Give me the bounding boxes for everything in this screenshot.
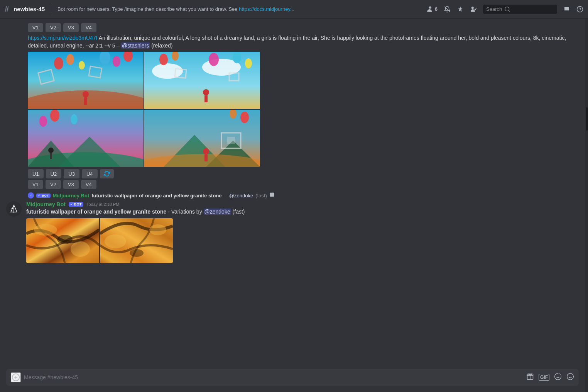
pin-icon[interactable] xyxy=(457,6,464,13)
balloon-img-tr xyxy=(144,52,260,109)
svg-point-20 xyxy=(159,54,168,65)
v3-button-bottom[interactable]: V3 xyxy=(63,180,79,189)
search-bar[interactable]: Search xyxy=(483,5,557,14)
sticker-icon[interactable] xyxy=(554,373,562,382)
gif-button[interactable]: GIF xyxy=(539,374,549,381)
notif-speed: (fast) xyxy=(255,193,267,199)
channel-name: newbies-45 xyxy=(14,6,45,12)
channel-topic: Bot room for new users. Type /imagine th… xyxy=(57,6,423,12)
granite-image-grid[interactable] xyxy=(26,218,173,263)
svg-point-18 xyxy=(152,63,183,79)
svg-rect-47 xyxy=(227,137,235,144)
u3-button[interactable]: U3 xyxy=(64,169,79,178)
chat-area: V1 V2 V3 V4 https://s.mj.run/wizde3mU47I… xyxy=(0,19,585,392)
search-placeholder: Search xyxy=(486,6,502,12)
svg-point-59 xyxy=(149,224,166,235)
help-icon[interactable] xyxy=(576,6,583,13)
svg-point-56 xyxy=(57,235,73,244)
svg-point-10 xyxy=(113,56,120,67)
svg-point-22 xyxy=(209,53,219,66)
message2-header: Midjourney Bot ✓ BOT Today at 2:18 PM xyxy=(26,201,579,207)
main-layout: V1 V2 V3 V4 https://s.mj.run/wizde3mU47I… xyxy=(0,19,588,392)
message2-content: Midjourney Bot ✓ BOT Today at 2:18 PM fu… xyxy=(26,201,579,265)
notif-image-btn[interactable] xyxy=(269,192,275,199)
message1-prompt: https://s.mj.run/wizde3mU47I An illustra… xyxy=(6,34,579,191)
message1-link1[interactable]: https://s.mj.run/wizde3mU47I xyxy=(28,35,98,41)
message2-mention[interactable]: @zendoke xyxy=(204,209,231,215)
balloon-img-br xyxy=(144,110,260,167)
bell-muted-icon[interactable] xyxy=(444,6,451,13)
v2-button-top[interactable]: V2 xyxy=(46,23,61,32)
scrollbar-thumb[interactable] xyxy=(586,107,588,131)
svg-point-24 xyxy=(245,58,252,68)
message2-author[interactable]: Midjourney Bot xyxy=(26,201,66,207)
svg-point-34 xyxy=(50,110,59,122)
members-icon-count[interactable]: 6 xyxy=(426,6,438,13)
header-actions: 6 Search xyxy=(426,5,583,14)
svg-point-35 xyxy=(71,114,78,124)
v3-button-top[interactable]: V3 xyxy=(63,23,79,32)
bot-badge-notif: ✓ BOT xyxy=(36,193,51,198)
svg-point-8 xyxy=(66,54,74,65)
message1-author[interactable]: @stashlers xyxy=(121,42,150,49)
message-input-placeholder[interactable]: Message #newbies-45 xyxy=(24,374,523,380)
members-list-icon[interactable] xyxy=(470,6,477,13)
balloon-img-tl xyxy=(28,52,144,109)
balloon-img-bl xyxy=(28,110,144,167)
svg-point-33 xyxy=(39,116,47,127)
upscale-buttons-row: U1 U2 U3 U4 xyxy=(28,169,579,178)
granite-img-right xyxy=(100,218,173,263)
svg-point-1 xyxy=(471,7,474,9)
svg-point-7 xyxy=(54,57,63,70)
notif-bot-name[interactable]: Midjourney Bot xyxy=(53,193,90,199)
svg-point-69 xyxy=(567,373,574,380)
u2-button[interactable]: U2 xyxy=(46,169,62,178)
granite-img-left xyxy=(26,218,99,263)
svg-point-2 xyxy=(505,7,509,11)
message1-text: https://s.mj.run/wizde3mU47I An illustra… xyxy=(28,34,579,49)
attach-button[interactable] xyxy=(11,372,21,382)
version-buttons-bottom-row: V1 V2 V3 V4 xyxy=(28,180,579,189)
svg-point-36 xyxy=(48,148,54,153)
svg-point-44 xyxy=(203,148,209,154)
svg-point-49 xyxy=(271,193,272,194)
svg-rect-45 xyxy=(204,154,208,161)
v2-button-bottom[interactable]: V2 xyxy=(46,180,61,189)
scrollbar-panel xyxy=(585,19,588,392)
refresh-button[interactable] xyxy=(100,169,114,178)
notif-mention[interactable]: @zendoke xyxy=(229,193,253,199)
message2-bot-badge: ✓ BOT xyxy=(69,202,83,207)
message-input-bar: Message #newbies-45 GIF xyxy=(6,369,579,386)
svg-rect-26 xyxy=(204,95,208,102)
svg-point-55 xyxy=(71,241,90,257)
bot-mini-avatar: ✓ xyxy=(28,192,34,199)
input-action-icons: GIF xyxy=(526,373,574,382)
svg-point-42 xyxy=(240,112,249,123)
svg-point-54 xyxy=(34,224,57,236)
svg-line-3 xyxy=(509,10,510,12)
v1-button-top[interactable]: V1 xyxy=(28,23,43,32)
u4-button[interactable]: U4 xyxy=(82,169,98,178)
message2-text: futuristic wallpaper of orange and yello… xyxy=(26,208,579,216)
svg-point-60 xyxy=(130,249,144,257)
message2-timestamp: Today at 2:18 PM xyxy=(86,202,120,207)
version-buttons-top-row: V1 V2 V3 V4 xyxy=(28,23,579,32)
v4-button-bottom[interactable]: V4 xyxy=(81,180,96,189)
v4-button-top[interactable]: V4 xyxy=(81,23,96,32)
emoji-icon[interactable] xyxy=(566,373,574,382)
channel-header: # newbies-45 Bot room for new users. Typ… xyxy=(0,0,588,19)
u1-button[interactable]: U1 xyxy=(28,169,44,178)
svg-point-12 xyxy=(79,61,85,70)
message2-notification: ✓ ✓ BOT Midjourney Bot futuristic wallpa… xyxy=(6,191,579,200)
svg-point-15 xyxy=(83,91,89,97)
inbox-icon[interactable] xyxy=(563,6,570,13)
v1-button-bottom[interactable]: V1 xyxy=(28,180,43,189)
header-divider xyxy=(51,5,51,13)
balloon-image-grid[interactable] xyxy=(28,52,260,167)
topic-link[interactable]: https://docs.midjourney... xyxy=(239,6,294,12)
message1-prompt-text: An illustration, unique and colourful, A… xyxy=(28,35,566,49)
gift-icon[interactable] xyxy=(526,373,534,382)
messages-list: V1 V2 V3 V4 https://s.mj.run/wizde3mU47I… xyxy=(0,19,585,369)
svg-rect-16 xyxy=(84,97,87,105)
hash-icon: # xyxy=(5,5,9,14)
